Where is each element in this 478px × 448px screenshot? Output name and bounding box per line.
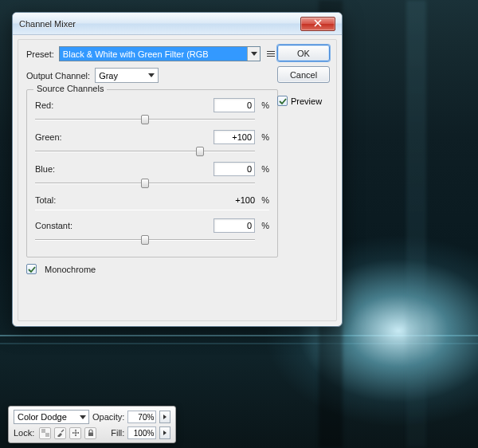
blend-mode-value: Color Dodge <box>18 412 67 422</box>
close-button[interactable] <box>300 17 335 31</box>
opacity-input[interactable] <box>127 411 156 423</box>
output-channel-value: Gray <box>99 71 118 81</box>
ok-label: OK <box>297 49 310 58</box>
lock-label: Lock: <box>14 428 34 438</box>
green-input[interactable] <box>214 130 255 144</box>
preset-menu-button[interactable] <box>265 48 278 61</box>
dialog-body: Preset: Black & White with Green Filter … <box>18 39 337 321</box>
preview-label: Preview <box>291 96 322 106</box>
slider-thumb-icon[interactable] <box>141 115 149 124</box>
red-label: Red: <box>35 100 83 110</box>
fill-label: Fill: <box>111 428 124 438</box>
slider-thumb-icon[interactable] <box>141 235 149 245</box>
percent-unit: % <box>255 221 269 230</box>
triangle-right-icon <box>163 415 167 419</box>
chevron-down-icon <box>251 52 257 56</box>
blue-input[interactable] <box>214 162 255 176</box>
lock-pixels-button[interactable] <box>54 427 66 439</box>
opacity-flyout-button[interactable] <box>159 411 170 423</box>
triangle-right-icon <box>163 430 167 435</box>
titlebar[interactable]: Channel Mixer <box>13 13 342 35</box>
divider <box>35 210 269 210</box>
constant-input[interactable] <box>214 218 255 233</box>
red-input[interactable] <box>214 98 255 112</box>
output-channel-label: Output Channel: <box>26 71 90 81</box>
svg-rect-1 <box>45 433 49 437</box>
percent-unit: % <box>255 100 269 110</box>
checkmark-icon <box>279 97 287 105</box>
opacity-label: Opacity: <box>92 412 124 422</box>
chevron-down-icon <box>148 73 155 77</box>
source-channels-group: Source Channels Red: % Green <box>26 89 278 257</box>
total-value: +100 <box>214 195 255 205</box>
ok-button[interactable]: OK <box>277 45 330 61</box>
output-dropdown-arrow[interactable] <box>145 69 158 82</box>
blue-label: Blue: <box>35 164 83 174</box>
channel-mixer-dialog: Channel Mixer Preset: Black & White with… <box>12 12 343 327</box>
slider-thumb-icon[interactable] <box>141 179 149 188</box>
monochrome-label: Monochrome <box>45 265 96 274</box>
monochrome-checkbox[interactable] <box>26 264 37 274</box>
fill-flyout-button[interactable] <box>159 426 170 439</box>
preset-label: Preset: <box>26 49 54 59</box>
output-channel-select[interactable]: Gray <box>95 68 159 83</box>
checker-icon <box>41 429 49 437</box>
chevron-down-icon <box>80 415 86 419</box>
cancel-button[interactable]: Cancel <box>277 66 330 83</box>
total-label: Total: <box>35 195 83 205</box>
constant-label: Constant: <box>35 221 83 230</box>
close-icon <box>314 19 322 29</box>
percent-unit: % <box>255 132 269 142</box>
green-label: Green: <box>35 132 83 142</box>
constant-slider[interactable] <box>35 234 255 246</box>
dialog-title: Channel Mixer <box>19 19 76 29</box>
svg-rect-0 <box>41 429 45 433</box>
lock-position-button[interactable] <box>69 427 81 439</box>
checkmark-icon <box>28 265 36 273</box>
red-slider[interactable] <box>35 114 255 125</box>
layer-options-strip: Color Dodge Opacity: Lock: <box>8 406 176 443</box>
preview-checkbox[interactable] <box>277 96 288 106</box>
lock-all-button[interactable] <box>84 427 96 439</box>
group-title: Source Channels <box>33 84 107 93</box>
preset-dropdown-arrow[interactable] <box>247 47 260 61</box>
fill-input[interactable] <box>127 426 156 439</box>
green-slider[interactable] <box>35 146 255 157</box>
percent-unit: % <box>255 195 269 205</box>
svg-rect-2 <box>88 433 93 437</box>
lock-icon <box>87 429 95 437</box>
brush-icon <box>57 429 65 437</box>
blend-dropdown-arrow[interactable] <box>76 411 88 423</box>
percent-unit: % <box>255 164 269 174</box>
preset-value: Black & White with Green Filter (RGB <box>63 49 209 59</box>
blue-slider[interactable] <box>35 178 255 189</box>
cancel-label: Cancel <box>290 70 317 80</box>
move-icon <box>72 429 80 437</box>
lock-transparency-button[interactable] <box>39 427 51 439</box>
slider-thumb-icon[interactable] <box>196 147 204 156</box>
blend-mode-select[interactable]: Color Dodge <box>14 410 89 424</box>
preset-select[interactable]: Black & White with Green Filter (RGB <box>59 46 261 61</box>
